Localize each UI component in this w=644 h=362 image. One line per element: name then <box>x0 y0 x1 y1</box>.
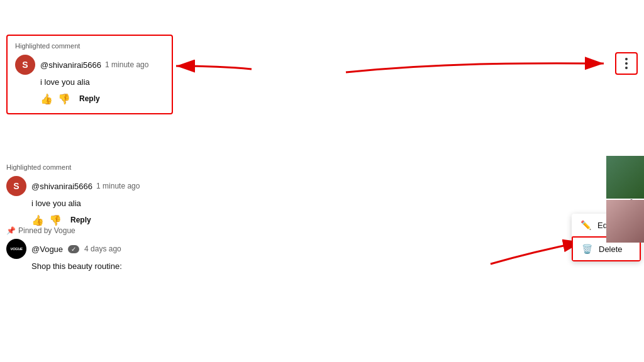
delete-label: Delete <box>599 244 623 254</box>
avatar-top: S <box>15 55 35 75</box>
reply-button-top[interactable]: Reply <box>75 92 104 106</box>
comment-header-top: S @shivanirai5666 1 minute ago <box>15 55 164 75</box>
comment-meta-top: @shivanirai5666 1 minute ago <box>40 60 148 70</box>
pinned-comment-section: 📌 Pinned by Vogue VOGUE @Vogue ✓ 4 days … <box>6 226 258 271</box>
pinned-by-text: Pinned by Vogue <box>18 226 75 235</box>
comment-meta-bottom: @shivanirai5666 1 minute ago <box>31 182 140 191</box>
dot-2 <box>625 62 628 65</box>
edit-icon: ✏️ <box>580 220 591 230</box>
comment-text-bottom: i love you alia <box>31 199 195 208</box>
like-button-bottom[interactable]: 👍 <box>31 214 44 226</box>
delete-icon: 🗑️ <box>582 244 592 254</box>
pinned-by-label: 📌 Pinned by Vogue <box>6 226 258 235</box>
highlighted-label-bottom: Highlighted comment <box>6 163 195 171</box>
like-button-top[interactable]: 👍 <box>40 92 53 105</box>
pinned-comment-header: VOGUE @Vogue ✓ 4 days ago <box>6 239 258 259</box>
dislike-button-bottom[interactable]: 👎 <box>49 214 62 226</box>
thumbnail-panel <box>606 156 644 244</box>
comment-header-bottom: S @shivanirai5666 1 minute ago <box>6 176 195 196</box>
username-top[interactable]: @shivanirai5666 <box>40 60 101 70</box>
dislike-button-top[interactable]: 👎 <box>58 92 70 105</box>
dot-1 <box>625 58 628 60</box>
pinned-comment-text: Shop this beauty routine: <box>31 261 258 271</box>
vogue-verified-badge: ✓ <box>68 245 79 253</box>
comment-actions-bottom: 👍 👎 Reply <box>31 213 195 227</box>
dot-3 <box>625 67 628 69</box>
username-bottom[interactable]: @shivanirai5666 <box>31 182 92 191</box>
highlighted-label-top: Highlighted comment <box>15 42 164 50</box>
comment-text-top: i love you alia <box>40 77 164 87</box>
vogue-channel-name[interactable]: @Vogue <box>31 244 63 254</box>
three-dot-menu-button[interactable] <box>615 52 638 75</box>
reply-button-bottom[interactable]: Reply <box>67 213 95 227</box>
pin-icon: 📌 <box>6 226 16 235</box>
three-dot-icon <box>625 58 628 69</box>
timestamp-top: 1 minute ago <box>105 60 148 69</box>
thumbnail-2[interactable] <box>606 200 644 243</box>
pinned-timestamp: 4 days ago <box>84 244 121 253</box>
avatar-bottom: S <box>6 176 26 196</box>
vogue-avatar: VOGUE <box>6 239 26 259</box>
timestamp-bottom: 1 minute ago <box>96 182 140 190</box>
comment-actions-top: 👍 👎 Reply <box>40 92 164 106</box>
thumbnail-1[interactable] <box>606 156 644 199</box>
highlighted-comment-top: Highlighted comment S @shivanirai5666 1 … <box>6 35 173 114</box>
